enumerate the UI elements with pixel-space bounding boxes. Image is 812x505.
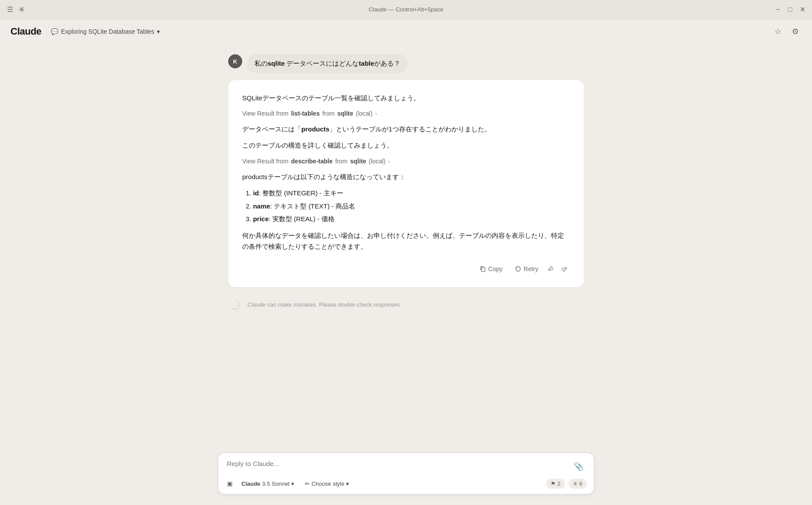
badge-1-icon: ⚑ [551, 480, 556, 487]
assistant-para-3: このテーブルの構造を詳しく確認してみましょう。 [242, 140, 570, 151]
user-avatar: K [228, 54, 242, 68]
user-text-3: がある？ [374, 60, 400, 67]
style-icon: ✏ [305, 480, 310, 487]
counter-badge-1: ⚑ 2 [546, 479, 565, 489]
tool-result-2-suffix: (local) [369, 156, 385, 167]
user-text-1: 私の [254, 60, 268, 67]
tool-result-2-source: sqlite [350, 156, 367, 167]
tool-result-1-prefix: View Result from [242, 109, 289, 119]
svg-rect-0 [481, 268, 485, 272]
tool-result-1[interactable]: View Result from list-tables from sqlite… [242, 109, 570, 119]
user-bubble: 私のsqlite データベースにはどんなtableがある？ [247, 54, 407, 73]
thinking-spinner [228, 298, 242, 312]
list-item-2: 2. name: テキスト型 (TEXT) - 商品名 [242, 201, 570, 212]
chat-icon: 💬 [51, 28, 58, 35]
counter-badge-2: ✳ 6 [568, 479, 587, 489]
model-version-label: 3.5 Sonnet [262, 480, 289, 487]
claude-logo: Claude [11, 26, 41, 37]
thumbs-down-button[interactable] [558, 263, 570, 275]
badge-2-icon: ✳ [573, 480, 578, 487]
asterisk-logo: ✳ [18, 5, 25, 14]
style-label: Choose style [311, 480, 344, 487]
badge-2-count: 6 [579, 480, 583, 487]
bottom-area: 📎 ▣ Claude 3.5 Sonnet ▾ ✏ Choose style ▾ [0, 447, 812, 505]
chevron-right-icon-2: › [388, 157, 390, 166]
thumbs-down-icon [561, 266, 567, 272]
paperclip-icon: 📎 [574, 462, 583, 471]
close-button[interactable]: ✕ [800, 7, 805, 12]
titlebar-controls: − □ ✕ [775, 7, 805, 12]
thinking-row: Claude can make mistakes. Please double-… [228, 294, 584, 315]
input-bottom-left: ▣ Claude 3.5 Sonnet ▾ ✏ Choose style ▾ [225, 478, 353, 489]
minimize-button[interactable]: − [775, 7, 780, 12]
titlebar-title: Claude — Control+Alt+Space [369, 6, 444, 13]
sidebar-icon: ▣ [227, 480, 233, 487]
conversation-title-text: Exploring SQLite Database Tables [61, 28, 154, 35]
maximize-button[interactable]: □ [787, 7, 793, 12]
copy-label: Copy [488, 265, 503, 272]
assistant-para-5: 何か具体的なデータを確認したい場合は、お申し付けください。例えば、テーブルの内容… [242, 230, 570, 252]
tool-result-2-middle: from [335, 156, 348, 167]
sliders-icon: ⚙ [792, 27, 799, 36]
attach-button[interactable]: 📎 [572, 460, 585, 473]
list-item-3: 3. price: 実数型 (REAL) - 価格 [242, 213, 570, 225]
star-icon: ☆ [774, 27, 781, 36]
action-bar: Copy Retry [242, 259, 570, 275]
model-name-label: Claude [241, 480, 260, 487]
tool-result-2-prefix: View Result from [242, 156, 289, 167]
assistant-para-2: データベースには「products」というテーブルが1つ存在することがわかりまし… [242, 124, 570, 135]
retry-button[interactable]: Retry [510, 263, 544, 275]
assistant-para-4: productsテーブルは以下のような構造になっています： [242, 171, 570, 183]
tool-result-1-suffix: (local) [356, 109, 373, 119]
list-item-1: 1. id: 整数型 (INTEGER) - 主キー [242, 187, 570, 199]
main-content: K 私のsqlite データベースにはどんなtableがある？ SQLiteデー… [0, 44, 812, 447]
user-text-2: データベースにはどんな [285, 60, 359, 67]
thumbs-up-button[interactable] [545, 263, 557, 275]
assistant-para-1: SQLiteデータベースのテーブル一覧を確認してみましょう。 [242, 92, 570, 104]
chevron-down-icon: ▾ [157, 28, 160, 35]
retry-label: Retry [524, 265, 538, 272]
style-selector-button[interactable]: ✏ Choose style ▾ [301, 479, 353, 489]
retry-icon [515, 266, 521, 272]
hamburger-icon[interactable]: ☰ [7, 5, 13, 14]
copy-icon [480, 266, 486, 272]
conversation-title-button[interactable]: 💬 Exploring SQLite Database Tables ▾ [46, 25, 164, 38]
header-right: ☆ ⚙ [772, 24, 801, 39]
messages-container: K 私のsqlite データベースにはどんなtableがある？ SQLiteデー… [218, 54, 594, 315]
header-left: Claude 💬 Exploring SQLite Database Table… [11, 25, 164, 38]
tool-result-1-source: sqlite [337, 109, 353, 119]
model-chevron-icon: ▾ [291, 480, 294, 487]
tool-result-2-name: describe-table [291, 156, 333, 167]
copy-button[interactable]: Copy [474, 263, 508, 275]
model-selector-button[interactable]: Claude 3.5 Sonnet ▾ [238, 479, 298, 489]
tool-result-2[interactable]: View Result from describe-table from sql… [242, 156, 570, 167]
input-bottom: ▣ Claude 3.5 Sonnet ▾ ✏ Choose style ▾ ⚑… [218, 475, 594, 494]
tool-result-1-middle: from [322, 109, 335, 119]
header: Claude 💬 Exploring SQLite Database Table… [0, 19, 812, 44]
user-text-table: table [359, 60, 374, 67]
settings-button[interactable]: ⚙ [789, 24, 801, 39]
user-text-sqlite: sqlite [268, 60, 285, 67]
sidebar-toggle-button[interactable]: ▣ [225, 478, 234, 489]
thumbs-up-icon [548, 266, 554, 272]
disclaimer-text: Claude can make mistakes. Please double-… [247, 301, 401, 308]
svg-rect-2 [565, 267, 567, 269]
list-items: 1. id: 整数型 (INTEGER) - 主キー 2. name: テキスト… [242, 187, 570, 225]
input-container: 📎 ▣ Claude 3.5 Sonnet ▾ ✏ Choose style ▾ [218, 452, 594, 494]
chevron-right-icon: › [375, 109, 377, 118]
star-button[interactable]: ☆ [772, 24, 784, 39]
user-message: K 私のsqlite データベースにはどんなtableがある？ [228, 54, 584, 73]
titlebar-left: ☰ ✳ [7, 5, 25, 14]
badge-1-count: 2 [558, 480, 561, 487]
assistant-message: SQLiteデータベースのテーブル一覧を確認してみましょう。 View Resu… [228, 80, 584, 287]
titlebar: ☰ ✳ Claude — Control+Alt+Space − □ ✕ [0, 0, 812, 19]
reply-input[interactable] [227, 460, 572, 467]
style-chevron-icon: ▾ [346, 480, 349, 487]
tool-result-1-name: list-tables [291, 109, 320, 119]
svg-rect-1 [549, 268, 550, 271]
input-bottom-right: ⚑ 2 ✳ 6 [546, 479, 587, 489]
